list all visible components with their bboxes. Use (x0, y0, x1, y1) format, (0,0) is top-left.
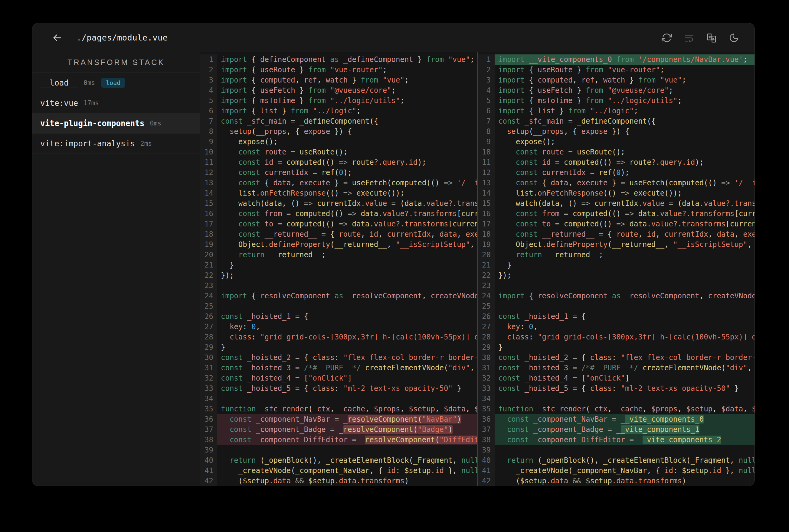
code-token: = (330, 415, 343, 423)
code-line: 19 Object.defineProperty(__returned__, "… (200, 240, 477, 250)
code-token (221, 189, 238, 197)
code-line: 42 ($setup.data && $setup.data.transform… (200, 476, 477, 486)
code-token: , (465, 405, 474, 413)
code-text: import { useRoute } from "vue-router"; (495, 65, 754, 75)
dark-mode-icon[interactable] (727, 31, 740, 44)
code-line: 41 _createVNode(_component_NavBar, { id:… (478, 466, 754, 476)
transform-stack-item-vite-vue[interactable]: vite:vue17ms (32, 93, 200, 113)
code-token: execute (634, 189, 664, 197)
code-token: "@vueuse/core" (603, 86, 669, 95)
code-token: => (616, 220, 629, 228)
line-number: 30 (478, 353, 495, 363)
line-number: 33 (200, 383, 217, 394)
code-token: = (625, 436, 638, 444)
code-token: as (326, 55, 343, 64)
code-token: import (498, 107, 525, 115)
line-number: 18 (478, 229, 495, 240)
code-text: import { useFetch } from "@vueuse/core"; (495, 85, 754, 96)
back-button[interactable] (50, 31, 65, 45)
code-token: $options (474, 405, 477, 413)
code-token: useRoute (299, 148, 335, 156)
code-token: from (638, 76, 656, 84)
code-token: from (568, 107, 586, 115)
code-token: key (507, 323, 520, 331)
code-token: class (590, 353, 612, 362)
code-text: const from = computed(() => data.value?.… (217, 209, 477, 219)
code-token: __returned__ (335, 240, 387, 249)
code-token (498, 240, 516, 249)
code-token: list (238, 189, 256, 197)
code-token: const (498, 374, 520, 382)
line-number: 11 (200, 157, 217, 168)
diff-view-icon (707, 33, 717, 43)
line-number: 19 (200, 240, 217, 250)
code-token: computed (391, 179, 426, 187)
code-token: import (498, 65, 525, 74)
refresh-icon[interactable] (660, 31, 674, 44)
code-token: , (431, 230, 440, 239)
diff-view-icon[interactable] (705, 31, 718, 44)
code-token: { (247, 65, 260, 74)
code-token: = (603, 425, 616, 434)
code-token: const (516, 220, 537, 228)
diff-pane-after[interactable]: 1import __vite_components_0 from '/compo… (478, 52, 754, 486)
code-token: /*#__PURE__*/ (304, 364, 361, 372)
code-token: const (516, 209, 537, 218)
code-token: , (453, 456, 461, 464)
wrap-lines-icon[interactable] (682, 31, 696, 44)
code-token: (() (321, 158, 339, 167)
code-text: import __vite_components_0 from '/compon… (495, 54, 754, 65)
code-token: ()); (664, 189, 682, 197)
code-token: (() (326, 189, 343, 197)
transform-stack-item-vite-plugin-components[interactable]: vite-plugin-components0ms (32, 113, 200, 134)
code-line: 24import { resolveComponent as _resolveC… (200, 291, 477, 301)
code-token: (); (265, 137, 278, 146)
line-number: 3 (200, 75, 217, 85)
code-token: ( (400, 199, 404, 208)
line-number: 22 (200, 270, 217, 281)
code-text (495, 281, 754, 291)
code-token (498, 148, 516, 156)
code-token: "../logic/utils" (326, 96, 400, 105)
code-token: "grid grid-cols-[300px,3fr] h-[calc(100v… (537, 333, 754, 341)
code-token: useFetch (352, 179, 387, 187)
code-token: ( (256, 456, 265, 464)
code-token: _createElementVNode (638, 364, 721, 372)
code-token: list (516, 189, 533, 197)
code-line: 13 const { data, execute } = useFetch(co… (478, 178, 754, 188)
code-text: list.onFetchResponse(() => execute()); (217, 188, 477, 198)
code-text: const _hoisted_1 = { (217, 311, 477, 322)
code-token: : (520, 323, 529, 331)
line-number: 10 (200, 147, 217, 157)
code-token: const (221, 117, 243, 126)
code-token: .value?.transforms (369, 220, 448, 228)
code-token: => (444, 179, 457, 187)
line-number: 38 (200, 435, 217, 445)
code-token: ) (448, 425, 452, 434)
line-number: 26 (478, 311, 495, 322)
code-text: function _sfc_render(_ctx, _cache, $prop… (495, 404, 754, 414)
line-number: 36 (478, 414, 495, 424)
code-text (495, 301, 754, 311)
code-token: to (260, 220, 273, 228)
code-token: : (396, 467, 404, 475)
code-token: ( (568, 467, 572, 475)
code-token: from (308, 86, 326, 95)
code-token: __returned__ (537, 230, 594, 239)
code-token: watch (238, 199, 260, 208)
code-token: resolveComponent (365, 436, 435, 444)
code-token: ; (391, 86, 396, 95)
code-token: data (542, 199, 560, 208)
code-token: function (498, 405, 533, 413)
code-token: from (291, 107, 308, 115)
code-token: computed (537, 76, 573, 84)
code-token: { (525, 96, 537, 105)
transform-stack-item--load-[interactable]: __load__0msload (32, 73, 200, 93)
code-token (498, 415, 507, 423)
code-token: _ (616, 425, 621, 434)
transform-stack-item-vite-import-analysis[interactable]: vite:import-analysis2ms (32, 134, 200, 154)
code-token: class (590, 384, 612, 393)
code-text: const to = computed(() => data.value?.tr… (495, 219, 754, 229)
code-token (498, 436, 507, 444)
diff-pane-before[interactable]: 1import { defineComponent as _defineComp… (200, 52, 477, 486)
